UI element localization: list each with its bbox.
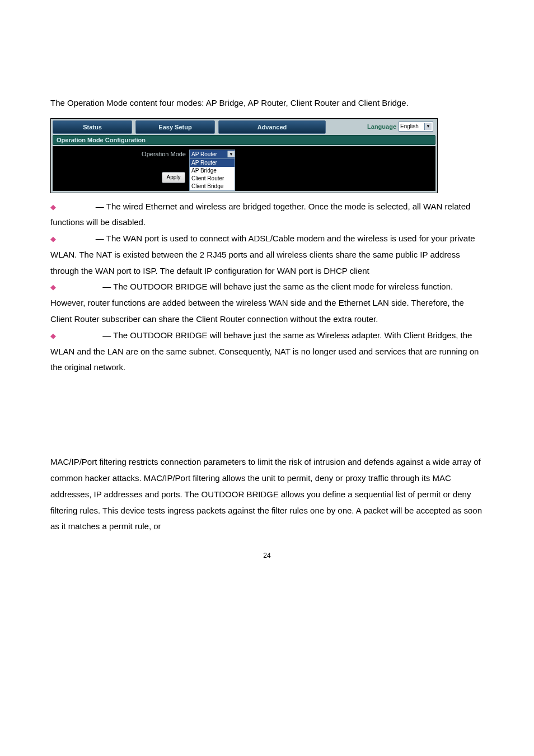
bullet-icon: ◆ — [50, 235, 56, 243]
language-select[interactable]: English ▼ — [399, 122, 433, 132]
bullet-text: — The wired Ethernet and wireless are br… — [50, 202, 470, 227]
bullet-icon: ◆ — [50, 332, 56, 340]
bullet-text: — The WAN port is used to connect with A… — [50, 234, 475, 276]
lower-paragraph: MAC/IP/Port filtering restricts connecti… — [50, 454, 484, 535]
config-panel: Operation Mode AP Router ▼ AP Router AP … — [53, 146, 435, 191]
operation-mode-value: AP Router — [191, 151, 217, 157]
option-client-router[interactable]: Client Router — [190, 175, 235, 183]
config-screenshot: Status Easy Setup Advanced Language Engl… — [50, 118, 438, 193]
bullet-icon: ◆ — [50, 203, 56, 211]
bullet-text: — The OUTDOOR BRIDGE will behave just th… — [50, 330, 479, 372]
operation-mode-select[interactable]: AP Router ▼ AP Router AP Bridge Client R… — [189, 150, 235, 191]
language-label: Language — [367, 123, 396, 130]
apply-button[interactable]: Apply — [162, 172, 185, 183]
intro-paragraph: The Operation Mode content four modes: A… — [50, 95, 484, 111]
page-number: 24 — [50, 552, 484, 559]
option-ap-router[interactable]: AP Router — [190, 159, 235, 167]
option-ap-bridge[interactable]: AP Bridge — [190, 167, 235, 175]
section-title: Operation Mode Configuration — [53, 135, 435, 145]
tab-easy-setup[interactable]: Easy Setup — [135, 120, 215, 134]
tab-advanced[interactable]: Advanced — [218, 120, 326, 134]
option-client-bridge[interactable]: Client Bridge — [190, 183, 235, 190]
operation-mode-dropdown[interactable]: AP Router AP Bridge Client Router Client… — [189, 159, 235, 191]
chevron-down-icon: ▼ — [424, 123, 432, 130]
bullet-icon: ◆ — [50, 283, 56, 291]
operation-mode-label: Operation Mode — [57, 150, 189, 157]
bullet-text: — The OUTDOOR BRIDGE will behave just th… — [50, 282, 464, 324]
language-area: Language English ▼ — [329, 120, 435, 133]
language-value: English — [400, 123, 419, 129]
chevron-down-icon: ▼ — [227, 151, 235, 157]
tab-status[interactable]: Status — [53, 120, 132, 134]
